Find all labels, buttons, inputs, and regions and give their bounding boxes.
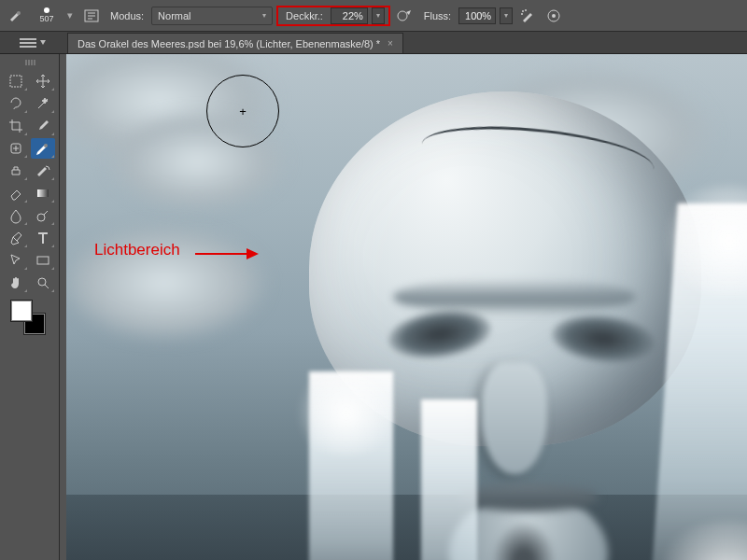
svg-rect-16 [37, 257, 49, 264]
svg-point-7 [552, 14, 556, 18]
svg-point-4 [525, 9, 527, 11]
document-tab[interactable]: Das Orakel des Meeres.psd bei 19,6% (Lic… [67, 33, 403, 53]
svg-rect-11 [10, 76, 21, 87]
opacity-label: Deckkr.: [286, 10, 323, 21]
tool-move[interactable] [31, 71, 55, 91]
tool-brush[interactable] [31, 138, 55, 159]
airbrush-button[interactable] [516, 6, 539, 26]
toolbox-handle[interactable] [4, 60, 56, 67]
tool-rectangle[interactable] [31, 250, 55, 271]
tool-lasso[interactable] [4, 93, 28, 114]
tool-path-select[interactable] [4, 250, 28, 271]
chevron-down-icon: ▾ [262, 11, 266, 20]
tool-gradient[interactable] [31, 183, 55, 203]
pressure-opacity-button[interactable] [394, 6, 416, 26]
tool-eyedropper[interactable] [31, 116, 55, 136]
tool-healing-brush[interactable] [4, 138, 28, 159]
svg-point-2 [398, 11, 407, 21]
svg-point-15 [37, 214, 45, 221]
tool-magic-wand[interactable] [31, 93, 55, 114]
brush-dropdown-icon[interactable]: ▾ [67, 9, 77, 21]
foreground-swatch[interactable] [11, 301, 32, 321]
brush-cursor [206, 75, 279, 147]
tool-marquee[interactable] [4, 71, 28, 91]
tool-eraser[interactable] [4, 183, 28, 203]
tool-history-brush[interactable] [31, 161, 55, 181]
svg-point-3 [522, 10, 524, 12]
svg-rect-8 [20, 38, 36, 40]
canvas-area[interactable]: Lichtbereich [66, 54, 747, 560]
flow-input[interactable]: 100% [458, 7, 496, 24]
panel-menu-button[interactable] [4, 34, 63, 52]
color-swatches[interactable] [11, 301, 45, 334]
flow-label: Fluss: [424, 10, 451, 21]
tool-pen[interactable] [4, 228, 28, 248]
svg-point-17 [38, 278, 46, 286]
tool-preset-icon[interactable] [6, 6, 26, 26]
annotation-text: Lichtbereich [94, 241, 180, 259]
opacity-group-highlighted: Deckkr.: 22% ▾ [276, 6, 390, 26]
canvas-image: Lichtbereich [66, 54, 747, 560]
svg-rect-14 [37, 189, 49, 197]
flow-dropdown[interactable]: ▾ [500, 7, 513, 24]
tool-dodge[interactable] [31, 205, 55, 226]
pressure-size-button[interactable] [543, 6, 565, 26]
brush-panel-button[interactable] [80, 6, 103, 26]
svg-point-5 [521, 13, 523, 15]
svg-rect-9 [20, 42, 36, 44]
document-tab-bar: Das Orakel des Meeres.psd bei 19,6% (Lic… [0, 32, 747, 54]
close-tab-icon[interactable]: × [388, 38, 393, 49]
tool-blur[interactable] [4, 205, 28, 226]
blend-mode-select[interactable]: Normal ▾ [151, 7, 273, 25]
opacity-input[interactable]: 22% [331, 7, 368, 24]
tool-hand[interactable] [4, 273, 28, 293]
options-bar: 507 ▾ Modus: Normal ▾ Deckkr.: 22% ▾ Flu… [0, 0, 747, 32]
svg-point-0 [17, 11, 21, 15]
tool-crop[interactable] [4, 116, 28, 136]
document-title: Das Orakel des Meeres.psd bei 19,6% (Lic… [78, 38, 380, 49]
mode-label: Modus: [110, 10, 144, 21]
tool-type[interactable] [31, 228, 55, 248]
annotation-arrow-icon [195, 245, 261, 263]
brush-size-value: 507 [39, 14, 53, 23]
brush-dot-icon [44, 7, 49, 13]
svg-point-13 [44, 144, 48, 147]
opacity-dropdown[interactable]: ▾ [372, 7, 385, 24]
brush-preview[interactable]: 507 [30, 3, 63, 29]
toolbox [0, 54, 60, 560]
blend-mode-value: Normal [158, 10, 190, 21]
svg-rect-10 [20, 46, 36, 48]
tool-clone-stamp[interactable] [4, 161, 28, 181]
tool-zoom[interactable] [31, 273, 55, 293]
